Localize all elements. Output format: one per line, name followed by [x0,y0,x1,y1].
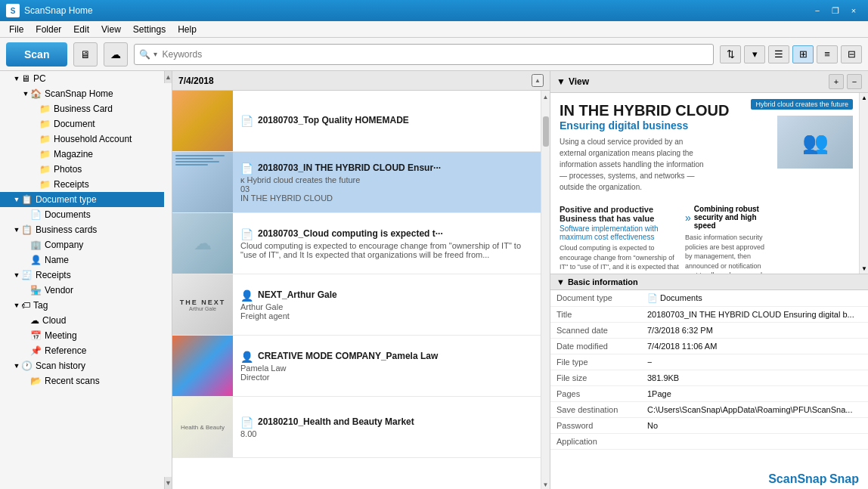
sidebar-item-documents[interactable]: 📄 Documents [0,207,164,222]
table-row: Title 20180703_IN THE HYBRID CLOUD Ensur… [550,307,868,323]
preview-scroll-down[interactable]: ▼ [860,264,868,274]
preview-far-right-title: Combining robust security and high speed [694,205,768,230]
preview-subtitle: Ensuring digital business [560,119,768,132]
doc-info: 📄 20180210_Health and Beauty Market 8.00 [233,397,541,457]
sidebar-item-household-account[interactable]: 📁 Household Account [0,132,164,147]
sidebar-item-scansnap-home[interactable]: ▼ 🏠 ScanSnap Home [0,86,164,101]
table-row: File type − [550,354,868,370]
sidebar-item-cloud[interactable]: ☁ Cloud [0,313,164,328]
doc-title: NEXT_Arthur Gale [258,289,337,300]
panel-toggle-button[interactable]: ⊟ [841,45,862,63]
doc-info: 📄 20180703_Top Quality HOMEMADE [233,91,541,151]
toolbar: Scan 🖥 ☁ 🔍 ▾ ⇅ ▾ ☰ ⊞ ≡ ⊟ [0,38,868,71]
device-button[interactable]: 🖥 [73,42,98,67]
field-value: 1Page [641,386,868,402]
field-value: 7/3/2018 6:32 PM [641,323,868,339]
sidebar: ▼ 🖥 PC ▼ 🏠 ScanSnap Home 📁 Business Card… [0,71,172,489]
scroll-down-btn[interactable]: ▼ [541,478,550,489]
doc-item-selected[interactable]: 📄 20180703_IN THE HYBRID CLOUD Ensur··· … [172,152,541,213]
cloud-tag-icon: ☁ [30,315,39,326]
menu-settings[interactable]: Settings [127,23,172,36]
scroll-up-btn[interactable]: ▲ [541,91,550,101]
doc-item[interactable]: 📄 20180703_Top Quality HOMEMADE [172,91,541,152]
restore-button[interactable]: ❐ [827,5,844,17]
sidebar-item-business-card[interactable]: 📁 Business Card [0,101,164,116]
thumb-colorful [172,336,233,396]
doc-item[interactable]: Health & Beauty 📄 20180210_Health and Be… [172,397,541,458]
sidebar-item-tag[interactable]: ▼ 🏷 Tag [0,298,164,313]
sidebar-item-company[interactable]: 🏢 Company [0,237,164,252]
minimize-button[interactable]: − [809,5,826,17]
view-controls: ⇅ ▾ ☰ ⊞ ≡ ⊟ [720,45,862,63]
thumb-doc [172,152,233,212]
date-header: 7/4/2018 [178,76,214,86]
sidebar-item-business-cards[interactable]: ▼ 📋 Business cards [0,222,164,237]
sort-button[interactable]: ⇅ [720,45,741,63]
menu-file[interactable]: File [3,23,29,36]
doc-type-icon: 📄 [240,162,253,175]
preview-para1: Using a cloud service provided by an ext… [560,136,711,193]
recent-icon: 📂 [30,376,42,386]
doc-type-value-text: Documents [660,293,702,302]
cloud-button[interactable]: ☁ [104,42,128,67]
sidebar-item-scan-history[interactable]: ▼ 🕐 Scan history [0,358,164,373]
table-row: Document type 📄 Documents [550,290,868,307]
field-value: 7/4/2018 11:06 AM [641,339,868,354]
sidebar-item-meeting[interactable]: 📅 Meeting [0,328,164,343]
sidebar-item-pc[interactable]: ▼ 🖥 PC [0,71,164,86]
doc-title: 20180703_Top Quality HOMEMADE [258,115,409,125]
menu-help[interactable]: Help [172,23,203,36]
field-value: − [641,354,868,370]
sidebar-item-name[interactable]: 👤 Name [0,252,164,268]
sidebar-scroll-up[interactable]: ▲ [164,71,172,83]
sidebar-item-magazine[interactable]: 📁 Magazine [0,147,164,162]
sidebar-item-photos[interactable]: 📁 Photos [0,162,164,177]
search-dropdown-icon[interactable]: ▾ [153,50,157,58]
sidebar-item-reference[interactable]: 📌 Reference [0,343,164,358]
chevron-right-icon: » [685,212,691,224]
doc-subtitle: Pamela Law [240,364,533,373]
field-value [641,434,868,450]
sidebar-item-receipts-home[interactable]: 📁 Receipts [0,177,164,192]
preview-col-right-title: Positive and productive [560,205,679,214]
preview-far-right: » Combining robust security and high spe… [685,205,768,274]
preview-col-right-text: Cloud computing is expected to encourage… [560,243,679,274]
preview-scroll-up[interactable]: ▲ [860,93,868,103]
doc-subtitle2: "use of IT", and It Is expected that org… [240,250,533,259]
content-scroll-area: 📄 20180703_Top Quality HOMEMADE [172,91,550,489]
doc-item[interactable]: 👤 CREATIVE MODE COMPANY_Pamela Law Pamel… [172,336,541,397]
company-icon: 🏢 [30,240,42,250]
preview-col-right: Positive and productive Business that ha… [560,205,679,274]
doc-item[interactable]: THE NEXT Arthur Gale 👤 NEXT_Arthur Gale … [172,274,541,336]
close-button[interactable]: × [845,5,862,17]
search-input[interactable] [162,49,708,60]
sidebar-item-receipts-doctype[interactable]: ▼ 🧾 Receipts [0,268,164,283]
preview-col-right-subtitle: Business that has value [560,214,679,223]
menu-folder[interactable]: Folder [29,23,67,36]
grid-view-button[interactable]: ⊞ [792,45,814,63]
table-row: Application [550,434,868,450]
thumb-business: THE NEXT Arthur Gale [172,274,233,335]
content-area: 7/4/2018 ▲ 📄 20180703_Top Quality HOMEMA… [172,71,550,489]
sidebar-item-document-type[interactable]: ▼ 📋 Document type [0,192,164,207]
sidebar-item-recent-scans[interactable]: 📂 Recent scans [0,373,164,388]
detail-zoom-out[interactable]: − [847,74,862,89]
sidebar-item-vendor[interactable]: 🏪 Vendor [0,283,164,298]
field-value: C:\Users\ScanSnap\AppData\Roaming\PFU\Sc… [641,402,868,418]
menu-edit[interactable]: Edit [67,23,95,36]
triangle-down-icon: ▼ [556,76,566,87]
menu-view[interactable]: View [95,23,127,36]
sidebar-item-document[interactable]: 📁 Document [0,116,164,132]
field-value: 📄 Documents [641,290,868,307]
pc-icon: 🖥 [21,73,30,84]
scan-button[interactable]: Scan [6,42,67,67]
content-scroll-up-btn[interactable]: ▲ [532,74,544,87]
detail-view-button[interactable]: ≡ [817,45,838,63]
sort-options-button[interactable]: ▾ [744,45,765,63]
detail-zoom-in[interactable]: + [829,74,844,89]
scroll-thumb[interactable] [543,116,549,147]
doc-item[interactable]: ☁ 📄 20180703_Cloud computing is expected… [172,213,541,274]
list-view-button[interactable]: ☰ [768,45,789,63]
doc-title: 20180703_Cloud computing is expected t··… [258,228,443,239]
sidebar-scroll-down[interactable]: ▼ [164,477,172,489]
